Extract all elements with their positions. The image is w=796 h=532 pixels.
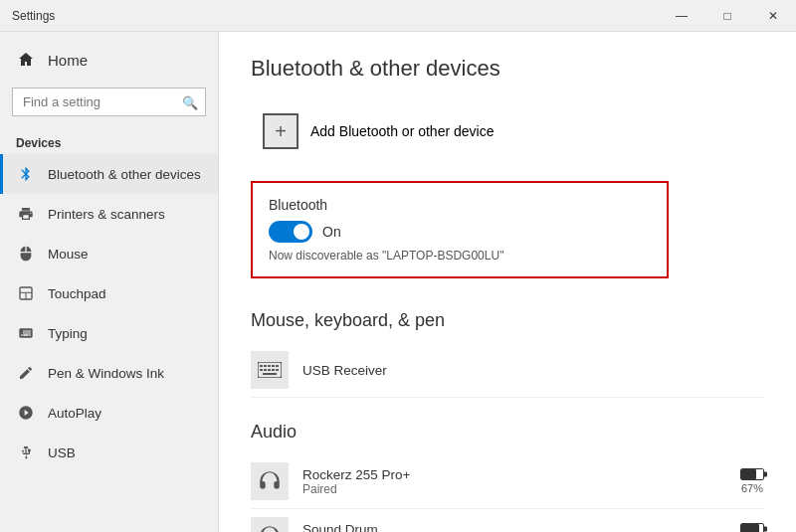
sidebar-item-label-typing: Typing [48, 326, 88, 341]
svg-rect-10 [264, 369, 267, 371]
sidebar-item-printers[interactable]: Printers & scanners [0, 194, 218, 234]
battery-icon-rockerz [740, 468, 764, 480]
mouse-section-title: Mouse, keyboard, & pen [251, 302, 764, 331]
device-name: USB Receiver [302, 363, 764, 378]
bluetooth-toggle-row: On [269, 221, 651, 243]
sidebar-item-bluetooth[interactable]: Bluetooth & other devices [0, 154, 218, 194]
list-item: Rockerz 255 Pro+ Paired 67% [251, 454, 764, 509]
svg-rect-11 [268, 369, 271, 371]
add-device-label: Add Bluetooth or other device [310, 123, 494, 139]
pen-icon [16, 363, 36, 383]
mouse-icon [16, 244, 36, 264]
page-title: Bluetooth & other devices [251, 56, 764, 82]
sidebar-item-label-usb: USB [48, 445, 76, 460]
sidebar-item-touchpad[interactable]: Touchpad [0, 273, 218, 313]
bluetooth-section-label: Bluetooth [269, 197, 651, 213]
sidebar-item-label-pen: Pen & Windows Ink [48, 366, 164, 381]
discoverable-text: Now discoverable as "LAPTOP-BSDG00LU" [269, 249, 651, 263]
window-title: Settings [12, 9, 55, 23]
headphones-icon-2 [251, 517, 289, 532]
window-controls: — □ ✕ [659, 0, 796, 31]
sidebar: Home 🔍 Devices Bluetooth & other devices [0, 32, 219, 532]
svg-rect-12 [272, 369, 275, 371]
svg-rect-5 [264, 365, 267, 367]
device-name-sound-drum: Sound Drum [302, 522, 726, 533]
sidebar-section-label: Devices [0, 128, 218, 154]
home-label: Home [48, 52, 88, 69]
sidebar-item-typing[interactable]: Typing [0, 313, 218, 353]
search-icon: 🔍 [182, 94, 198, 109]
sidebar-item-label-bluetooth: Bluetooth & other devices [48, 167, 201, 182]
maximize-button[interactable]: □ [704, 0, 750, 32]
svg-rect-7 [272, 365, 275, 367]
sidebar-item-autoplay[interactable]: AutoPlay [0, 393, 218, 433]
bluetooth-icon [16, 164, 36, 184]
sidebar-item-usb[interactable]: USB [0, 433, 218, 472]
printers-icon [16, 204, 36, 224]
bluetooth-toggle-label: On [322, 224, 341, 240]
sidebar-item-home[interactable]: Home [0, 40, 218, 80]
device-name-rockerz: Rockerz 255 Pro+ [302, 467, 726, 482]
battery-info-sound-drum: 80% [740, 523, 764, 532]
autoplay-icon [16, 403, 36, 423]
touchpad-icon [16, 283, 36, 303]
main-content: Bluetooth & other devices + Add Bluetoot… [219, 32, 796, 532]
search-input[interactable] [12, 88, 206, 116]
sidebar-item-mouse[interactable]: Mouse [0, 234, 218, 273]
battery-pct-rockerz: 67% [741, 482, 763, 494]
sidebar-item-label-mouse: Mouse [48, 247, 89, 262]
minimize-button[interactable]: — [659, 0, 704, 32]
battery-icon-sound-drum [740, 523, 764, 532]
battery-info-rockerz: 67% [740, 468, 764, 494]
device-info-rockerz: Rockerz 255 Pro+ Paired [302, 467, 726, 496]
svg-rect-14 [263, 373, 277, 375]
add-device-icon: + [263, 113, 298, 149]
app-body: Home 🔍 Devices Bluetooth & other devices [0, 32, 796, 532]
typing-icon [16, 323, 36, 343]
audio-section-title: Audio [251, 414, 764, 443]
home-icon [16, 50, 36, 70]
device-info-usb-receiver: USB Receiver [302, 363, 764, 378]
sidebar-item-label-touchpad: Touchpad [48, 286, 106, 301]
add-device-button[interactable]: + Add Bluetooth or other device [251, 105, 505, 157]
sidebar-item-label-autoplay: AutoPlay [48, 406, 101, 421]
list-item: USB Receiver [251, 343, 764, 398]
search-container: 🔍 [12, 88, 206, 116]
svg-rect-4 [260, 365, 263, 367]
audio-section: Audio Rockerz 255 Pro+ Paired 67% [251, 414, 764, 532]
list-item: Sound Drum Paired 80% [251, 509, 764, 532]
svg-rect-8 [276, 365, 279, 367]
sidebar-item-label-printers: Printers & scanners [48, 207, 165, 222]
svg-rect-6 [268, 365, 271, 367]
device-info-sound-drum: Sound Drum Paired [302, 522, 726, 533]
bluetooth-toggle[interactable] [269, 221, 312, 243]
usb-icon [16, 443, 36, 462]
svg-rect-13 [276, 369, 279, 371]
device-status-rockerz: Paired [302, 482, 726, 496]
mouse-section: Mouse, keyboard, & pen [251, 302, 764, 398]
headphones-icon-1 [251, 462, 289, 500]
keyboard-icon [251, 351, 289, 389]
svg-rect-9 [260, 369, 263, 371]
bluetooth-section: Bluetooth On Now discoverable as "LAPTOP… [251, 181, 669, 278]
close-button[interactable]: ✕ [750, 0, 796, 32]
title-bar: Settings — □ ✕ [0, 0, 796, 32]
sidebar-item-pen[interactable]: Pen & Windows Ink [0, 353, 218, 393]
